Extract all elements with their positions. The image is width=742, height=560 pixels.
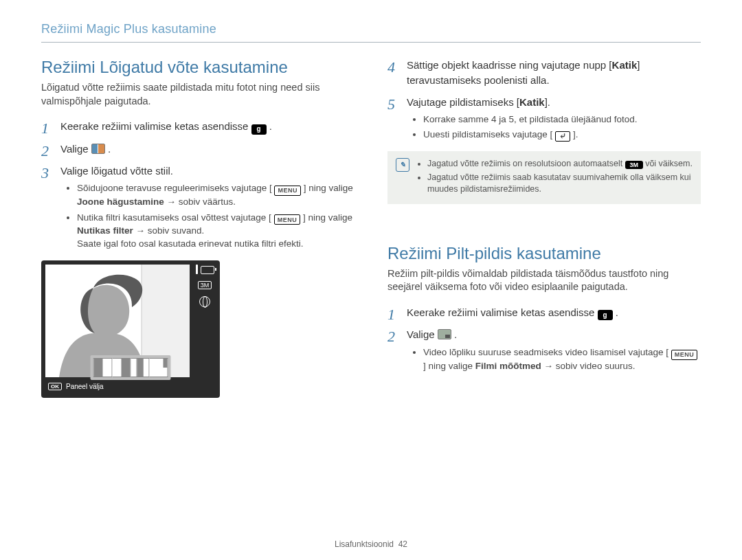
step-5: Vajutage pildistamiseks [Katik]. Korrake… xyxy=(387,95,701,142)
left-column: Režiimi Lõigatud võte kasutamine Lõigatu… xyxy=(41,58,355,398)
section-pip: Režiimi Pilt-pildis kasutamine Režiim pi… xyxy=(387,244,701,373)
camera-status-column: 3M xyxy=(194,265,216,307)
manual-page: Režiimi Magic Plus kasutamine Režiimi Lõ… xyxy=(0,0,742,560)
mode-dial-icon: g xyxy=(598,310,613,320)
note-list: Jagatud võtte režiimis on resolutsioon a… xyxy=(416,158,693,197)
layout-option-strip xyxy=(131,358,150,377)
step-5-subbullets: Korrake samme 4 ja 5, et pildistada ülej… xyxy=(407,113,701,142)
mode-dial-icon: g xyxy=(251,124,267,135)
ok-button-icon: OK xyxy=(48,383,62,390)
camera-bottom-bar: OK Paneel välja xyxy=(45,380,190,394)
steps-pip: Keerake režiimi valimise ketas asendisse… xyxy=(387,305,701,373)
page-footer: Lisafunktsioonid 42 xyxy=(0,539,742,549)
note-box: ✎ Jagatud võtte režiimis on resolutsioon… xyxy=(387,151,701,204)
battery-icon xyxy=(201,266,214,274)
step-1: Keerake režiimi valimise ketas asendisse… xyxy=(41,119,355,135)
page-header: Režiimi Magic Plus kasutamine xyxy=(41,22,701,43)
resolution-pill-icon: 3M xyxy=(625,161,643,169)
signal-bar-icon xyxy=(196,265,198,274)
return-button-icon: ⤶ xyxy=(555,131,570,142)
layout-option-quad xyxy=(150,358,168,377)
pip-step-1: Keerake režiimi valimise ketas asendisse… xyxy=(387,305,701,321)
section-title-pip: Režiimi Pilt-pildis kasutamine xyxy=(387,244,701,263)
layout-option-right-shade xyxy=(113,358,131,377)
split-shot-icon xyxy=(91,144,105,154)
globe-icon xyxy=(199,296,210,307)
menu-button-icon: MENU xyxy=(671,350,698,360)
section-title-split-shot: Režiimi Lõigatud võte kasutamine xyxy=(41,58,355,77)
pip-step-2: Valige . Video lõpliku suuruse seadmisek… xyxy=(387,327,701,372)
menu-button-icon: MENU xyxy=(274,214,301,225)
menu-button-icon: MENU xyxy=(274,186,301,196)
resolution-badge: 3M xyxy=(198,281,212,289)
layout-option-left-shade xyxy=(93,358,113,377)
step-4: Sättige objekt kaadrisse ning vajutage n… xyxy=(387,58,701,88)
note-item-2: Jagatud võtte režiimis saab kasutatav su… xyxy=(427,172,693,195)
step-3-subbullets: Sõidujoone teravuse reguleerimiseks vaju… xyxy=(60,182,355,250)
section-intro-pip: Režiim pilt-pildis võimaldab pildistada … xyxy=(387,267,701,294)
right-column: Sättige objekt kaadrisse ning vajutage n… xyxy=(387,58,701,398)
footer-page-number: 42 xyxy=(398,539,407,549)
note-item-1: Jagatud võtte režiimis on resolutsioon a… xyxy=(427,158,693,170)
two-columns: Režiimi Lõigatud võte kasutamine Lõigatu… xyxy=(41,58,701,398)
step-3: Valige lõigatud võtte stiil. Sõidujoone … xyxy=(41,164,355,251)
steps-split-shot-continued: Sättige objekt kaadrisse ning vajutage n… xyxy=(387,58,701,142)
step-3-bullet-b: Nutika filtri kasutamiseks osal võttest … xyxy=(77,212,355,251)
step-5-bullet-b: Uuesti pildistamiseks vajutage [ ⤶ ]. xyxy=(423,128,701,142)
section-intro-split-shot: Lõigatud võtte režiimis saate pildistada… xyxy=(41,81,355,108)
camera-preview-illustration: 3M OK Paneel välja xyxy=(41,260,220,398)
layout-panel xyxy=(91,355,171,380)
steps-split-shot: Keerake režiimi valimise ketas asendisse… xyxy=(41,119,355,250)
note-icon: ✎ xyxy=(396,158,409,172)
footer-section: Lisafunktsioonid xyxy=(335,539,394,549)
step-3-bullet-a: Sõidujoone teravuse reguleerimiseks vaju… xyxy=(77,182,355,208)
step-2: Valige . xyxy=(41,142,355,157)
camera-bottom-label: Paneel välja xyxy=(66,383,103,390)
pip-step-2-bullet-a: Video lõpliku suuruse seadmiseks video l… xyxy=(423,346,701,372)
pip-mode-icon xyxy=(438,329,451,339)
step-5-bullet-a: Korrake samme 4 ja 5, et pildistada ülej… xyxy=(423,113,701,126)
pip-step-2-subbullets: Video lõpliku suuruse seadmiseks video l… xyxy=(407,346,701,372)
